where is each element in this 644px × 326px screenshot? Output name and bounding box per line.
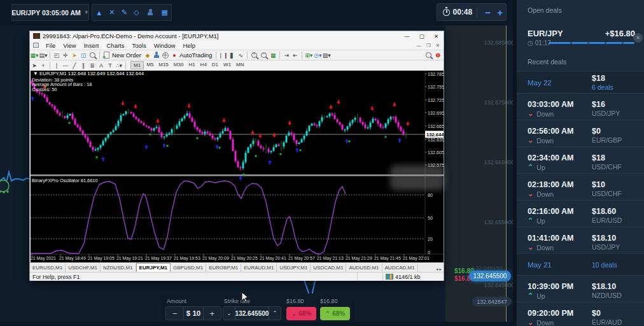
deal-row[interactable]: 03:03:00 AM⌄Down$16USD/JPY (517, 93, 644, 120)
cursor-gold-icon[interactable]: ➤ (70, 52, 79, 59)
amount-plus-button[interactable]: + (204, 307, 221, 320)
chart-tab-USDJPYM1[interactable]: USDJPY,M1 (277, 264, 311, 272)
area-chart-icon[interactable]: ▲ (95, 9, 102, 17)
deal-row[interactable]: 01:41:00 AM⌄Down$18.10USD/JPY (517, 227, 644, 253)
tile-windows-icon[interactable]: ▦ (269, 52, 277, 59)
mdi-restore-button[interactable]: ❐ (426, 43, 431, 48)
trade-down-button[interactable]: ⌄ 68% (286, 307, 316, 320)
timeframe-M30[interactable]: M30 (171, 61, 186, 69)
gold-icon[interactable]: ◆ (143, 52, 152, 59)
timeframe-H1[interactable]: H1 (186, 61, 197, 69)
minimize-button[interactable]: — (404, 33, 410, 39)
menu-insert[interactable]: Insert (84, 42, 99, 49)
auto-scroll-icon[interactable]: ⇥ (282, 52, 291, 59)
zoom-in-icon[interactable] (251, 52, 257, 58)
fibo-icon[interactable]: ≣ (88, 62, 97, 69)
timeframe-M5[interactable]: M5 (144, 61, 156, 69)
chart-tab-GBPUSDM1[interactable]: GBPUSD,M1 (171, 264, 206, 272)
timer-plus-button[interactable]: + (494, 7, 506, 18)
mt4-chart-area[interactable]: 132.785132.755132.725132.695132.665132.6… (31, 71, 444, 262)
grid-icon[interactable]: ▦ (161, 8, 167, 17)
crosshair-icon[interactable]: + (39, 62, 48, 69)
bar-chart-icon[interactable]: ❘❙❘ (218, 52, 227, 59)
autotrading-button[interactable]: AutoTrading (179, 52, 212, 59)
new-order-icon[interactable] (104, 52, 109, 59)
tile-icon[interactable]: ◰ (52, 52, 61, 59)
timeframe-MN[interactable]: MN (234, 61, 246, 69)
strike-down-button[interactable]: ⌄ (223, 307, 235, 320)
pencil-icon[interactable]: ✎ (122, 8, 127, 17)
maximize-button[interactable]: ▢ (419, 33, 424, 39)
deal-row[interactable]: 02:56:00 AM⌄Down$0EUR/GBP (517, 120, 644, 146)
social-icon[interactable] (147, 9, 153, 16)
timeframe-M15[interactable]: M15 (156, 61, 171, 69)
new-order-button[interactable]: New Order (112, 52, 141, 59)
hline-icon[interactable]: — (61, 62, 70, 69)
period-icon[interactable]: ◷▾ (313, 52, 322, 59)
menu-window[interactable]: Window (154, 42, 176, 49)
zoom-doc-icon[interactable] (90, 52, 95, 58)
chart-shift-icon[interactable]: ⇤ (291, 52, 300, 59)
deal-row[interactable]: 02:16:00 AM⌃Up$18.60EUR/USD (517, 200, 644, 227)
menu-view[interactable]: View (63, 42, 76, 49)
autotrading-icon[interactable]: ● (170, 52, 179, 59)
menu-help[interactable]: Help (183, 42, 195, 49)
candle-chart-icon[interactable]: ❚ (227, 52, 236, 59)
mt4-title-bar[interactable]: 29991843: Alpari-Pro.ECN-Demo - Demo Acc… (30, 31, 444, 41)
shapes-icon[interactable]: ∴▾ (115, 62, 123, 69)
chart-tab-USDCADM1[interactable]: USDCAD,M1 (311, 264, 346, 272)
deal-row[interactable]: 10:39:00 PM⌃Up$18.10NZD/USD (517, 275, 644, 302)
deal-row[interactable]: 02:18:00 AM⌄Down$10USD/CHF (517, 173, 644, 200)
channel-icon[interactable]: ∥ (79, 62, 88, 69)
strike-up-button[interactable]: ⌃ (269, 307, 281, 320)
timer-minus-button[interactable]: − (482, 7, 494, 18)
close-deal-icon[interactable]: ✕ (633, 33, 643, 43)
timeframe-D1[interactable]: D1 (209, 61, 221, 69)
chart-tab-EURAUDM1[interactable]: EURAUD,M1 (241, 264, 277, 272)
text-icon[interactable]: A (97, 62, 106, 69)
timeframe-M1[interactable]: M1 (130, 61, 144, 69)
vline-icon[interactable]: | (52, 62, 61, 69)
trendline-icon[interactable]: ╱ (70, 62, 79, 69)
chart-tab-EURJPYM1[interactable]: EURJPY,M1 (136, 263, 171, 272)
profiles-icon[interactable]: ▤▾ (39, 52, 48, 59)
new-chart-icon[interactable]: ▦▾ (30, 52, 39, 59)
symbol-selector[interactable]: EUR/JPY 03:05:00 AM ▼ (11, 4, 89, 21)
chart-tab-AUDUSDM1[interactable]: AUDUSD,M1 (346, 264, 382, 272)
open-deal-card[interactable]: EUR/JPY +$16.80 ◷ 01:17 ✕ (517, 25, 644, 51)
chart-tab-AUDCADM1[interactable]: AUDCAD,M1 (382, 264, 418, 272)
person-icon[interactable] (153, 52, 160, 59)
menu-charts[interactable]: Charts (107, 42, 125, 49)
line-chart-icon[interactable]: ✕ (109, 8, 115, 17)
tab-scroll-arrows[interactable]: ◂ ▸ (436, 267, 442, 272)
chart-tab-EURGBPM1[interactable]: EURGBP,M1 (206, 264, 241, 272)
indicator-icon[interactable]: ◇ (134, 8, 139, 17)
strike-value[interactable]: 132.645500 (235, 307, 269, 320)
mdi-minimize-button[interactable]: — (416, 43, 421, 48)
line-chart-icon2[interactable]: ∿ (236, 52, 245, 59)
template-icon[interactable]: ▨▾ (322, 52, 331, 59)
globe-icon[interactable] (162, 52, 169, 59)
deal-row[interactable]: 02:34:00 AM⌃Up$18USD/CHF (517, 146, 644, 173)
search-icon[interactable] (426, 52, 431, 58)
window-icon[interactable]: ◫ (79, 52, 88, 59)
timeframe-H4[interactable]: H4 (198, 61, 209, 69)
close-button[interactable]: ✕ (434, 33, 438, 39)
crosshair-move-icon[interactable]: ✛ (61, 52, 70, 59)
label-icon[interactable]: T (106, 62, 115, 69)
add-indicator-icon[interactable]: ⊞▾ (304, 52, 313, 59)
menu-tools[interactable]: Tools (132, 42, 146, 49)
trade-up-button[interactable]: ⌃ 68% (320, 307, 350, 320)
chart-tab-NZDUSDM1[interactable]: NZDUSD,M1 (101, 264, 136, 272)
timeframe-W1[interactable]: W1 (221, 61, 234, 69)
amount-value[interactable]: $ 10 (183, 307, 203, 320)
menu-file[interactable]: File (46, 42, 55, 49)
deal-row[interactable]: 09:20:00 PM⌄Down$0EUR/AUD (517, 302, 644, 326)
cursor-icon[interactable]: ➤ (30, 62, 39, 69)
amount-minus-button[interactable]: − (166, 307, 183, 320)
zoom-out-icon[interactable] (261, 52, 267, 58)
mdi-close-button[interactable]: ✕ (436, 43, 440, 48)
chart-tab-EURUSDM1[interactable]: EURUSD,M1 (30, 264, 66, 272)
notification-badge[interactable]: ❶ (433, 52, 442, 59)
chart-tab-USDCHFM1[interactable]: USDCHF,M1 (66, 264, 101, 272)
